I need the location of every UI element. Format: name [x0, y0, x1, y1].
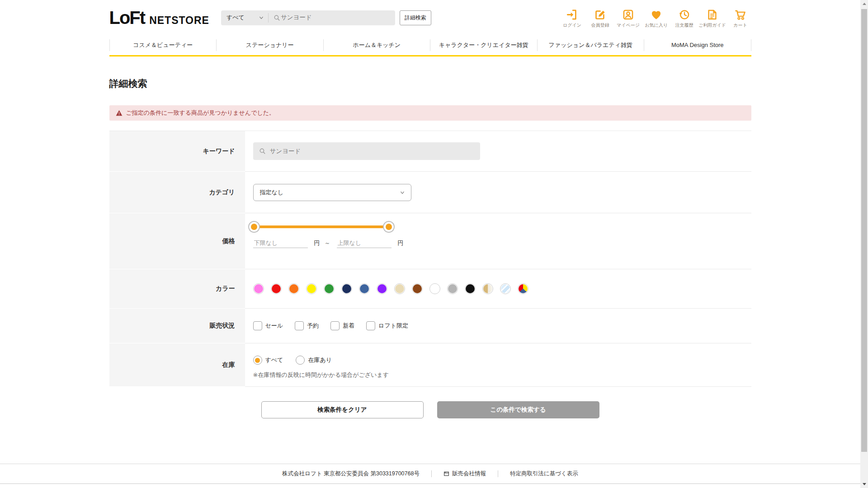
- footer-company-text: 株式会社ロフト 東京都公安委員会 第303319700768号: [282, 470, 420, 478]
- nav-item-1[interactable]: ステーショナリー: [217, 35, 323, 55]
- sales-status-row: 販売状況 セール予約新着ロフト限定: [109, 309, 751, 343]
- keyword-input-box: [253, 142, 480, 160]
- stock-radio-1[interactable]: 在庫あり: [296, 356, 332, 365]
- nav-divider: [751, 39, 751, 51]
- price-slider-min-handle[interactable]: [248, 221, 260, 233]
- quicklink-cart[interactable]: カート: [730, 9, 751, 28]
- category-select[interactable]: 指定なし: [253, 184, 411, 201]
- keyword-input[interactable]: [270, 148, 475, 155]
- color-swatch-gray[interactable]: [447, 283, 458, 294]
- quicklink-label: お気に入り: [645, 22, 668, 28]
- swatch-fill-beige: [395, 284, 404, 293]
- color-swatch-red[interactable]: [271, 283, 282, 294]
- color-swatch-multicolor[interactable]: [518, 283, 528, 294]
- stock-row: 在庫 すべて在庫あり ※在庫情報の反映に時間がかかる場合がございます: [109, 343, 751, 387]
- header-search-input[interactable]: [281, 14, 385, 21]
- search-category-select[interactable]: すべて: [221, 10, 268, 25]
- swatch-fill-brown: [413, 284, 422, 293]
- footer: 株式会社ロフト 東京都公安委員会 第303319700768号 販売会社情報特定…: [0, 464, 860, 484]
- nav-item-0[interactable]: コスメ＆ビューティー: [110, 35, 217, 55]
- sales-checkbox-2[interactable]: 新着: [330, 321, 354, 330]
- color-swatch-beige[interactable]: [394, 283, 405, 294]
- alert-message: ご指定の条件に一致する商品が見つかりませんでした。: [126, 109, 275, 117]
- radio-circle: [296, 356, 305, 365]
- footer-divider: [431, 470, 432, 477]
- quicklink-favorites[interactable]: お気に入り: [646, 9, 667, 28]
- price-min-input[interactable]: [253, 238, 308, 248]
- scrollbar-up-arrow-icon[interactable]: [860, 0, 868, 8]
- sales-checkbox-0[interactable]: セール: [253, 321, 283, 330]
- scrollbar-thumb[interactable]: [861, 9, 867, 452]
- header: LoFt NETSTORE すべて 詳細検索: [109, 0, 751, 35]
- mypage-icon: [622, 9, 634, 21]
- detail-search-button[interactable]: 詳細検索: [400, 10, 431, 25]
- quicklink-label: カート: [733, 22, 747, 28]
- price-label: 価格: [109, 213, 245, 269]
- color-swatch-clear[interactable]: [500, 283, 511, 294]
- color-swatch-white[interactable]: [429, 283, 440, 294]
- nav-item-2[interactable]: ホーム＆キッチン: [324, 35, 430, 55]
- chevron-down-icon: [399, 189, 406, 196]
- price-range-slider[interactable]: [254, 225, 389, 228]
- quicklink-history[interactable]: 注文履歴: [674, 9, 695, 28]
- color-swatch-pink[interactable]: [253, 283, 264, 294]
- logo-netstore-text: NETSTORE: [149, 14, 209, 27]
- color-swatch-navy[interactable]: [341, 283, 352, 294]
- sales-checkbox-3[interactable]: ロフト限定: [366, 321, 408, 330]
- search-with-conditions-button[interactable]: この条件で検索する: [437, 401, 599, 418]
- sales-checkbox-1[interactable]: 予約: [295, 321, 319, 330]
- color-swatch-black[interactable]: [465, 283, 476, 294]
- price-slider-max-handle[interactable]: [383, 221, 395, 233]
- stock-radio-0[interactable]: すべて: [253, 356, 283, 365]
- footer-links: 販売会社情報特定商取引法に基づく表示: [431, 470, 578, 478]
- color-swatches: [253, 283, 528, 294]
- checkbox-box: [295, 321, 304, 330]
- swatch-fill-navy: [342, 284, 351, 293]
- radio-circle: [253, 356, 262, 365]
- checkbox-label: セール: [265, 322, 283, 330]
- color-swatch-purple[interactable]: [377, 283, 387, 294]
- stock-note: ※在庫情報の反映に時間がかかる場合がございます: [253, 371, 389, 379]
- login-icon: [566, 9, 578, 21]
- loft-logo[interactable]: LoFt NETSTORE: [109, 9, 209, 27]
- footer-link-label: 特定商取引法に基づく表示: [510, 470, 578, 478]
- yen-unit: 円: [398, 239, 404, 247]
- quicklink-register[interactable]: 会員登録: [590, 9, 611, 28]
- sales-status-content: セール予約新着ロフト限定: [245, 309, 751, 343]
- nav-item-3[interactable]: キャラクター・クリエイター雑貨: [430, 35, 537, 55]
- swatch-fill-clear: [501, 284, 510, 293]
- checkbox-box: [366, 321, 375, 330]
- quicklink-label: 注文履歴: [675, 22, 693, 28]
- form-actions: 検索条件をクリア この条件で検索する: [109, 401, 751, 418]
- color-swatch-gold[interactable]: [482, 283, 493, 294]
- swatch-fill-gold: [483, 284, 492, 293]
- color-swatch-brown[interactable]: [412, 283, 423, 294]
- swatch-fill-blue: [360, 284, 369, 293]
- swatch-fill-red: [272, 284, 281, 293]
- clear-conditions-button[interactable]: 検索条件をクリア: [261, 401, 424, 418]
- footer-link-0[interactable]: 販売会社情報: [443, 470, 486, 478]
- quicklink-label: ログイン: [563, 22, 581, 28]
- footer-divider: [498, 470, 498, 477]
- quicklink-mypage[interactable]: マイページ: [618, 9, 639, 28]
- color-content: [245, 269, 751, 309]
- search-icon: [259, 147, 266, 155]
- footer-link-1[interactable]: 特定商取引法に基づく表示: [510, 470, 578, 478]
- quicklink-guide[interactable]: ご利用ガイド: [702, 9, 723, 28]
- color-swatch-green[interactable]: [324, 283, 335, 294]
- price-max-input[interactable]: [337, 238, 392, 248]
- checkbox-box: [330, 321, 340, 330]
- nav-item-5[interactable]: MoMA Design Store: [644, 35, 751, 55]
- window-icon: [443, 471, 449, 477]
- order-history-icon: [678, 9, 690, 21]
- swatch-fill-pink: [254, 284, 263, 293]
- color-swatch-blue[interactable]: [359, 283, 370, 294]
- color-label: カラー: [109, 269, 245, 309]
- color-swatch-orange[interactable]: [288, 283, 299, 294]
- scrollbar-down-arrow-icon[interactable]: [860, 480, 868, 488]
- cart-icon: [734, 9, 746, 21]
- nav-item-4[interactable]: ファッション＆バラエティ雑貨: [538, 35, 644, 55]
- quicklink-login[interactable]: ログイン: [561, 9, 583, 28]
- color-swatch-yellow[interactable]: [306, 283, 317, 294]
- header-quick-links: ログイン会員登録マイページお気に入り注文履歴ご利用ガイドカート: [561, 7, 751, 28]
